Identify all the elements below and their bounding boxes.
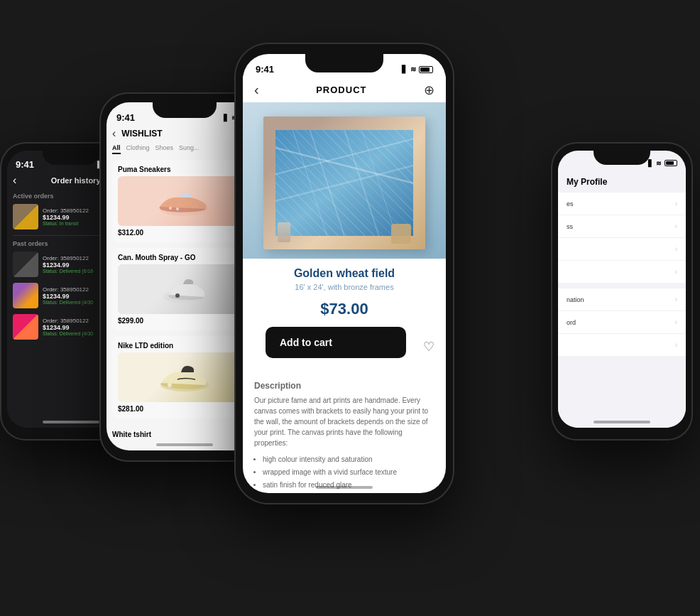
product-name-puma: Puma Sneakers bbox=[118, 166, 251, 173]
profile-row-label-0: es bbox=[567, 200, 574, 207]
svg-point-6 bbox=[168, 383, 172, 387]
profile-title: My Profile bbox=[558, 171, 686, 193]
product-price-puma: $312.00 bbox=[118, 229, 251, 237]
description-body: Our picture fame and art prints are hand… bbox=[254, 395, 434, 448]
bullet-1: high colour intensity and saturation bbox=[263, 454, 434, 465]
description-text: Our picture fame and art prints are hand… bbox=[254, 395, 434, 493]
chevron-0: › bbox=[675, 200, 677, 207]
chevron-6: › bbox=[675, 341, 677, 349]
status-icons-front: ▋ ≋ bbox=[402, 65, 433, 73]
home-indicator-front bbox=[316, 486, 373, 489]
svg-line-12 bbox=[344, 130, 379, 237]
product-name: Golden wheat field bbox=[243, 259, 446, 283]
product-price-spray: $299.00 bbox=[118, 317, 251, 325]
time-front: 9:41 bbox=[256, 64, 274, 75]
product-img-spray bbox=[118, 264, 251, 314]
tab-sung[interactable]: Sung... bbox=[179, 144, 199, 154]
profile-screen: 9:41 ▋ ≋ My Profile es › ss › bbox=[558, 151, 686, 428]
home-indicator-right bbox=[594, 421, 650, 423]
hourglass-decoration bbox=[278, 222, 290, 242]
battery-icon-r bbox=[665, 160, 677, 166]
chevron-2: › bbox=[675, 245, 677, 253]
product-price: $73.00 bbox=[243, 297, 446, 327]
back-button-prod[interactable]: ‹ bbox=[254, 82, 259, 98]
notch-right bbox=[594, 151, 650, 165]
svg-line-11 bbox=[310, 130, 344, 237]
wifi-icon-r: ≋ bbox=[656, 160, 662, 167]
svg-point-2 bbox=[176, 207, 179, 210]
profile-row-3[interactable]: › bbox=[558, 261, 686, 283]
sneaker-svg-puma bbox=[153, 182, 217, 221]
chevron-3: › bbox=[675, 268, 677, 276]
profile-row-label-4: nation bbox=[567, 296, 584, 303]
status-icons-right: ▋ ≋ bbox=[648, 160, 677, 167]
notch-middle bbox=[153, 102, 217, 118]
tab-shoes[interactable]: Shoes bbox=[155, 144, 174, 154]
home-indicator-middle bbox=[156, 443, 213, 446]
signal-icon-r: ▋ bbox=[648, 160, 653, 167]
product-img-nike bbox=[118, 352, 251, 402]
time-left: 9:41 bbox=[16, 159, 34, 170]
order-img-past-2 bbox=[13, 283, 38, 308]
time-middle: 9:41 bbox=[116, 112, 135, 123]
profile-row-2[interactable]: › bbox=[558, 238, 686, 261]
wishlist-button[interactable]: ♡ bbox=[423, 339, 434, 355]
profile-row-0[interactable]: es › bbox=[558, 193, 686, 215]
profile-content: My Profile es › ss › › › bbox=[558, 168, 686, 428]
add-to-cart-button[interactable]: Add to cart bbox=[266, 327, 406, 358]
order-img-past-3 bbox=[13, 314, 38, 340]
profile-row-4[interactable]: nation › bbox=[558, 288, 686, 311]
signal-icon-f: ▋ bbox=[402, 65, 408, 73]
profile-section-2: nation › ord › › bbox=[558, 288, 686, 356]
cart-icon[interactable]: ⊕ bbox=[424, 82, 434, 98]
profile-row-1[interactable]: ss › bbox=[558, 215, 686, 238]
chevron-4: › bbox=[675, 296, 677, 303]
chevron-1: › bbox=[675, 222, 677, 230]
svg-point-4 bbox=[175, 293, 180, 298]
art-svg bbox=[275, 130, 413, 237]
notch bbox=[43, 151, 99, 165]
product-phone: 9:41 ▋ ≋ ‹ PRODUCT ⊕ bbox=[234, 43, 454, 504]
bullet-2: wrapped image with a vivid surface textu… bbox=[263, 467, 434, 477]
svg-line-10 bbox=[275, 166, 413, 201]
add-to-cart-label: Add to cart bbox=[280, 337, 332, 348]
product-subtitle: 16' x 24', with bronze frames bbox=[243, 283, 446, 297]
wifi-icon-f: ≋ bbox=[410, 65, 416, 73]
profile-row-6[interactable]: › bbox=[558, 334, 686, 356]
product-price-nike: $281.00 bbox=[118, 405, 251, 413]
battery-icon-f bbox=[419, 66, 433, 73]
horse-decoration bbox=[391, 224, 411, 244]
profile-section-1: es › ss › › › bbox=[558, 193, 686, 283]
product-screen: 9:41 ▋ ≋ ‹ PRODUCT ⊕ bbox=[243, 54, 446, 493]
product-name-nike: Nike LTD edition bbox=[118, 342, 251, 350]
svg-line-14 bbox=[361, 130, 396, 237]
product-main-image bbox=[243, 102, 446, 259]
profile-row-5[interactable]: ord › bbox=[558, 311, 686, 334]
product-content: ‹ PRODUCT ⊕ bbox=[243, 76, 446, 493]
order-img-past-1 bbox=[13, 252, 38, 277]
tab-all[interactable]: All bbox=[112, 144, 121, 154]
notch-front bbox=[305, 54, 383, 72]
signal-icon-m: ▋ bbox=[224, 114, 229, 121]
prod-title: PRODUCT bbox=[316, 85, 366, 95]
order-img-active bbox=[13, 204, 38, 229]
svg-rect-7 bbox=[275, 130, 413, 237]
prod-header: ‹ PRODUCT ⊕ bbox=[243, 76, 446, 102]
canvas-art bbox=[275, 130, 413, 237]
profile-row-label-5: ord bbox=[567, 319, 576, 326]
back-button-wl[interactable]: ‹ bbox=[112, 127, 116, 140]
svg-line-9 bbox=[275, 139, 413, 174]
chevron-5: › bbox=[675, 318, 677, 326]
svg-point-1 bbox=[169, 207, 172, 210]
back-button-oh[interactable]: ‹ bbox=[13, 174, 16, 187]
home-indicator-left bbox=[43, 421, 99, 423]
bullet-4: screws and plugs for the wall are not in… bbox=[263, 492, 434, 493]
spray-svg bbox=[156, 270, 213, 309]
description-title: Description bbox=[254, 381, 434, 391]
product-img-puma bbox=[118, 176, 251, 226]
add-to-cart-row: Add to cart ♡ bbox=[243, 327, 446, 375]
product-description: Description Our picture fame and art pri… bbox=[243, 375, 446, 493]
profile-phone: 9:41 ▋ ≋ My Profile es › ss › bbox=[551, 142, 693, 441]
svg-line-13 bbox=[292, 130, 327, 237]
tab-clothing[interactable]: Clothing bbox=[126, 144, 150, 154]
